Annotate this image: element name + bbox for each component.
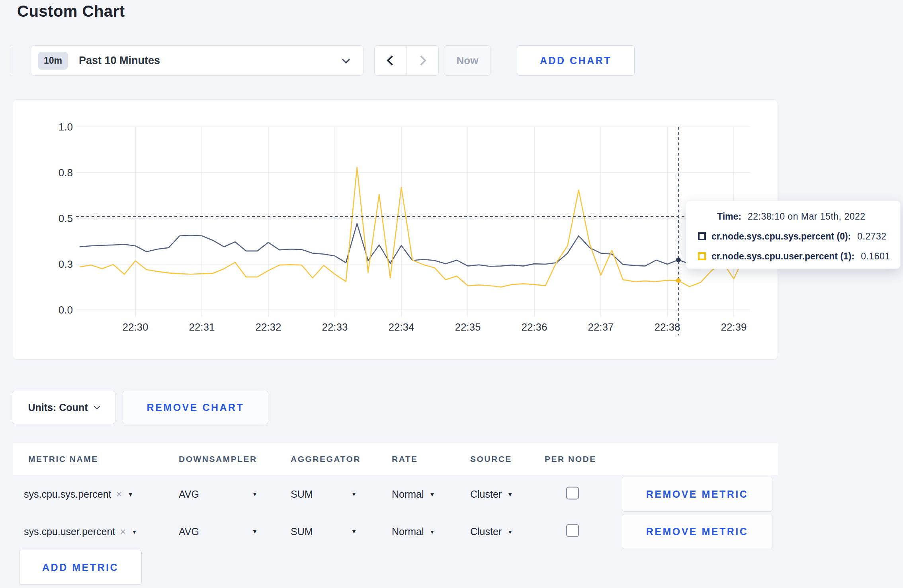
caret-down-icon[interactable]: ▼ <box>351 491 357 497</box>
chart-tooltip: Time: 22:38:10 on Mar 15th, 2022 cr.node… <box>686 201 901 269</box>
table-row: sys.cpu.user.percent × ▼ AVG ▼ SUM ▼ Nor… <box>13 513 778 550</box>
source-dropdown[interactable]: Cluster ▼ <box>470 526 513 537</box>
y-axis-tick-label: 1.0 <box>59 121 73 133</box>
rate-value: Normal <box>392 526 424 537</box>
rate-dropdown[interactable]: Normal ▼ <box>392 489 435 500</box>
y-axis-tick-label: 0.5 <box>59 212 73 224</box>
downsampler-value: AVG <box>179 489 199 500</box>
caret-down-icon: ▼ <box>430 528 435 535</box>
metric-name-value: sys.cpu.user.percent <box>24 526 115 537</box>
chevron-right-icon <box>416 55 426 65</box>
units-dropdown[interactable]: Units: Count <box>12 391 115 424</box>
time-nav-group <box>374 45 439 76</box>
header-source: SOURCE <box>470 454 512 464</box>
page-title: Custom Chart <box>17 2 125 20</box>
custom-chart-page: Custom Chart 10m Past 10 Minutes Now ADD… <box>0 0 903 588</box>
per-node-checkbox[interactable] <box>566 487 579 499</box>
per-node-checkbox[interactable] <box>566 524 579 537</box>
timescale-badge: 10m <box>38 52 68 70</box>
tooltip-time-row: Time: 22:38:10 on Mar 15th, 2022 <box>686 210 900 222</box>
chart-card: 0.00.30.50.81.022:3022:3122:3222:3322:34… <box>13 99 778 360</box>
x-axis-tick-label: 22:32 <box>255 321 281 333</box>
caret-down-icon[interactable]: ▼ <box>252 491 258 497</box>
caret-down-icon: ▼ <box>507 528 513 535</box>
x-axis-tick-label: 22:31 <box>189 321 215 333</box>
sys-series-swatch-icon <box>698 232 706 240</box>
metric-name-value: sys.cpu.sys.percent <box>24 489 111 500</box>
aggregator-value: SUM <box>291 526 313 537</box>
tooltip-time-value: 22:38:10 on Mar 15th, 2022 <box>748 211 866 222</box>
remove-metric-button[interactable]: REMOVE METRIC <box>622 477 772 512</box>
x-axis-tick-label: 22:37 <box>588 321 614 333</box>
header-rate: RATE <box>392 454 418 464</box>
add-metric-button[interactable]: ADD METRIC <box>19 550 142 585</box>
source-value: Cluster <box>470 489 502 500</box>
caret-down-icon[interactable]: ▼ <box>351 528 357 535</box>
rate-dropdown[interactable]: Normal ▼ <box>392 526 435 537</box>
tooltip-series-row: cr.node.sys.cpu.user.percent (1): 0.1601 <box>686 250 900 262</box>
downsampler-dropdown[interactable]: AVG <box>179 489 199 500</box>
tooltip-series-label: cr.node.sys.cpu.sys.percent (0): <box>711 231 851 242</box>
chart-canvas[interactable]: 0.00.30.50.81.022:3022:3122:3222:3322:34… <box>13 100 778 360</box>
header-aggregator: AGGREGATOR <box>291 454 361 464</box>
downsampler-dropdown[interactable]: AVG <box>179 526 199 537</box>
header-per-node: PER NODE <box>545 454 596 464</box>
now-button[interactable]: Now <box>444 45 491 76</box>
add-chart-button[interactable]: ADD CHART <box>517 45 635 76</box>
y-axis-tick-label: 0.3 <box>59 258 73 270</box>
downsampler-value: AVG <box>179 526 199 537</box>
x-axis-tick-label: 22:30 <box>122 321 148 333</box>
source-value: Cluster <box>470 526 502 537</box>
aggregator-dropdown[interactable]: SUM <box>291 489 313 500</box>
x-axis-tick-label: 22:35 <box>455 321 481 333</box>
toolbar-divider <box>12 45 12 76</box>
remove-chart-button[interactable]: REMOVE CHART <box>123 391 268 424</box>
crosshair-dot-1 <box>676 278 681 283</box>
clear-metric-icon[interactable]: × <box>116 488 122 500</box>
remove-metric-button[interactable]: REMOVE METRIC <box>622 514 772 549</box>
metrics-table-header: METRIC NAME DOWNSAMPLER AGGREGATOR RATE … <box>13 443 778 475</box>
timescale-dropdown[interactable]: 10m Past 10 Minutes <box>31 45 364 76</box>
chevron-down-icon <box>94 403 100 409</box>
x-axis-tick-label: 22:36 <box>521 321 547 333</box>
aggregator-value: SUM <box>291 489 313 500</box>
tooltip-series-value: 0.1601 <box>861 251 890 262</box>
caret-down-icon[interactable]: ▼ <box>252 528 258 535</box>
tooltip-series-label: cr.node.sys.cpu.user.percent (1): <box>711 251 854 262</box>
caret-down-icon: ▼ <box>131 528 137 535</box>
user-series-swatch-icon <box>698 252 706 260</box>
metric-name-dropdown[interactable]: sys.cpu.sys.percent × ▼ <box>24 488 133 500</box>
x-axis-tick-label: 22:38 <box>654 321 680 333</box>
tooltip-time-label: Time: <box>717 211 741 222</box>
rate-value: Normal <box>392 489 424 500</box>
y-axis-tick-label: 0.0 <box>59 304 73 316</box>
header-downsampler: DOWNSAMPLER <box>179 454 257 464</box>
y-axis-tick-label: 0.8 <box>59 167 73 179</box>
chevron-down-icon <box>342 56 350 64</box>
caret-down-icon: ▼ <box>128 491 133 497</box>
series-line-1 <box>80 167 745 287</box>
clear-metric-icon[interactable]: × <box>120 526 126 538</box>
caret-down-icon: ▼ <box>507 491 513 497</box>
x-axis-tick-label: 22:39 <box>721 321 747 333</box>
chevron-left-icon <box>387 55 397 65</box>
tooltip-series-row: cr.node.sys.cpu.sys.percent (0): 0.2732 <box>686 230 900 242</box>
caret-down-icon: ▼ <box>430 491 435 497</box>
aggregator-dropdown[interactable]: SUM <box>291 526 313 537</box>
tooltip-series-value: 0.2732 <box>857 231 886 242</box>
source-dropdown[interactable]: Cluster ▼ <box>470 489 513 500</box>
prev-timespan-button[interactable] <box>375 46 407 75</box>
crosshair-dot-0 <box>676 257 681 262</box>
units-label: Units: Count <box>28 402 88 413</box>
header-metric-name: METRIC NAME <box>28 454 98 464</box>
x-axis-tick-label: 22:33 <box>322 321 348 333</box>
timescale-label: Past 10 Minutes <box>79 55 160 67</box>
x-axis-tick-label: 22:34 <box>388 321 414 333</box>
metric-name-dropdown[interactable]: sys.cpu.user.percent × ▼ <box>24 526 137 538</box>
next-timespan-button[interactable] <box>407 46 439 75</box>
table-row: sys.cpu.sys.percent × ▼ AVG ▼ SUM ▼ Norm… <box>13 476 778 512</box>
